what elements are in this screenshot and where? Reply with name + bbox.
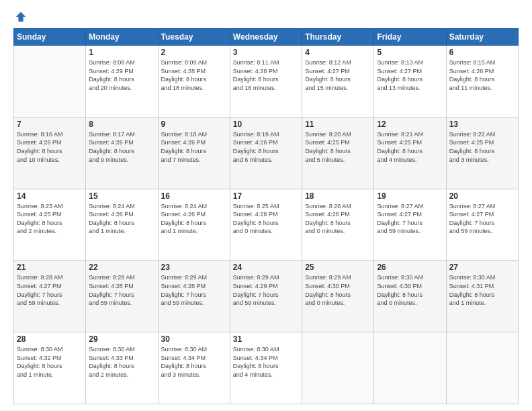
calendar-cell: 16Sunrise: 8:24 AM Sunset: 4:26 PM Dayli… — [158, 189, 230, 261]
day-info: Sunrise: 8:12 AM Sunset: 4:27 PM Dayligh… — [305, 58, 371, 92]
calendar-cell: 19Sunrise: 8:27 AM Sunset: 4:27 PM Dayli… — [374, 189, 446, 261]
calendar-cell — [14, 46, 86, 118]
day-number: 15 — [89, 191, 154, 201]
calendar-cell: 9Sunrise: 8:18 AM Sunset: 4:26 PM Daylig… — [158, 117, 230, 189]
day-info: Sunrise: 8:13 AM Sunset: 4:27 PM Dayligh… — [377, 58, 443, 92]
day-number: 17 — [233, 191, 299, 201]
day-number: 1 — [89, 48, 154, 57]
calendar-cell: 25Sunrise: 8:29 AM Sunset: 4:30 PM Dayli… — [302, 261, 374, 332]
day-info: Sunrise: 8:18 AM Sunset: 4:26 PM Dayligh… — [161, 130, 227, 164]
day-info: Sunrise: 8:26 AM Sunset: 4:26 PM Dayligh… — [305, 202, 371, 236]
day-number: 18 — [305, 191, 371, 201]
calendar-cell: 31Sunrise: 8:30 AM Sunset: 4:34 PM Dayli… — [230, 332, 302, 404]
day-info: Sunrise: 8:24 AM Sunset: 4:26 PM Dayligh… — [89, 202, 154, 236]
day-info: Sunrise: 8:30 AM Sunset: 4:33 PM Dayligh… — [89, 345, 154, 379]
day-info: Sunrise: 8:20 AM Sunset: 4:25 PM Dayligh… — [305, 130, 371, 164]
day-info: Sunrise: 8:29 AM Sunset: 4:28 PM Dayligh… — [161, 273, 227, 307]
calendar-cell: 28Sunrise: 8:30 AM Sunset: 4:32 PM Dayli… — [14, 332, 86, 404]
calendar-week-1: 7Sunrise: 8:16 AM Sunset: 4:26 PM Daylig… — [14, 117, 519, 189]
calendar-cell: 29Sunrise: 8:30 AM Sunset: 4:33 PM Dayli… — [86, 332, 158, 404]
calendar-cell: 6Sunrise: 8:15 AM Sunset: 4:26 PM Daylig… — [446, 46, 518, 118]
calendar-cell: 11Sunrise: 8:20 AM Sunset: 4:25 PM Dayli… — [302, 117, 374, 189]
calendar-cell: 20Sunrise: 8:27 AM Sunset: 4:27 PM Dayli… — [446, 189, 518, 261]
calendar-cell: 13Sunrise: 8:22 AM Sunset: 4:25 PM Dayli… — [446, 117, 518, 189]
day-header-friday: Friday — [374, 29, 446, 46]
day-number: 21 — [17, 263, 83, 272]
calendar-cell: 15Sunrise: 8:24 AM Sunset: 4:26 PM Dayli… — [86, 189, 158, 261]
day-number: 11 — [305, 120, 371, 129]
day-number: 31 — [233, 334, 299, 344]
day-info: Sunrise: 8:25 AM Sunset: 4:26 PM Dayligh… — [233, 202, 299, 236]
calendar-cell: 27Sunrise: 8:30 AM Sunset: 4:31 PM Dayli… — [446, 261, 518, 332]
calendar-cell: 12Sunrise: 8:21 AM Sunset: 4:25 PM Dayli… — [374, 117, 446, 189]
day-number: 12 — [377, 120, 443, 129]
day-info: Sunrise: 8:30 AM Sunset: 4:30 PM Dayligh… — [377, 273, 443, 307]
header-row: SundayMondayTuesdayWednesdayThursdayFrid… — [14, 29, 519, 46]
day-info: Sunrise: 8:29 AM Sunset: 4:30 PM Dayligh… — [305, 273, 371, 307]
day-number: 2 — [161, 48, 227, 57]
day-info: Sunrise: 8:30 AM Sunset: 4:31 PM Dayligh… — [449, 273, 515, 307]
calendar-cell: 3Sunrise: 8:11 AM Sunset: 4:28 PM Daylig… — [230, 46, 302, 118]
day-info: Sunrise: 8:11 AM Sunset: 4:28 PM Dayligh… — [233, 58, 299, 92]
day-number: 23 — [161, 263, 227, 272]
day-info: Sunrise: 8:21 AM Sunset: 4:25 PM Dayligh… — [377, 130, 443, 164]
day-number: 13 — [449, 120, 515, 129]
calendar-week-0: 1Sunrise: 8:08 AM Sunset: 4:29 PM Daylig… — [14, 46, 519, 118]
day-number: 20 — [449, 191, 515, 201]
day-number: 9 — [161, 120, 227, 129]
day-header-thursday: Thursday — [302, 29, 374, 46]
calendar-cell: 7Sunrise: 8:16 AM Sunset: 4:26 PM Daylig… — [14, 117, 86, 189]
calendar-cell: 22Sunrise: 8:28 AM Sunset: 4:28 PM Dayli… — [86, 261, 158, 332]
calendar-cell: 5Sunrise: 8:13 AM Sunset: 4:27 PM Daylig… — [374, 46, 446, 118]
calendar-cell: 24Sunrise: 8:29 AM Sunset: 4:29 PM Dayli… — [230, 261, 302, 332]
day-number: 7 — [17, 120, 83, 129]
day-info: Sunrise: 8:27 AM Sunset: 4:27 PM Dayligh… — [377, 202, 443, 236]
day-info: Sunrise: 8:30 AM Sunset: 4:32 PM Dayligh… — [17, 345, 83, 379]
day-info: Sunrise: 8:09 AM Sunset: 4:28 PM Dayligh… — [161, 58, 227, 92]
day-header-tuesday: Tuesday — [158, 29, 230, 46]
day-number: 24 — [233, 263, 299, 272]
calendar-cell: 23Sunrise: 8:29 AM Sunset: 4:28 PM Dayli… — [158, 261, 230, 332]
day-header-sunday: Sunday — [14, 29, 86, 46]
calendar-cell: 8Sunrise: 8:17 AM Sunset: 4:26 PM Daylig… — [86, 117, 158, 189]
day-number: 3 — [233, 48, 299, 57]
day-number: 8 — [89, 120, 154, 129]
calendar-cell — [446, 332, 518, 404]
day-number: 19 — [377, 191, 443, 201]
day-info: Sunrise: 8:28 AM Sunset: 4:28 PM Dayligh… — [89, 273, 154, 307]
calendar-cell: 30Sunrise: 8:30 AM Sunset: 4:34 PM Dayli… — [158, 332, 230, 404]
header — [13, 11, 519, 23]
day-header-wednesday: Wednesday — [230, 29, 302, 46]
day-info: Sunrise: 8:22 AM Sunset: 4:25 PM Dayligh… — [449, 130, 515, 164]
day-number: 6 — [449, 48, 515, 57]
day-number: 29 — [89, 334, 154, 344]
page: SundayMondayTuesdayWednesdayThursdayFrid… — [0, 0, 532, 411]
day-number: 10 — [233, 120, 299, 129]
day-info: Sunrise: 8:23 AM Sunset: 4:25 PM Dayligh… — [17, 202, 83, 236]
day-info: Sunrise: 8:15 AM Sunset: 4:26 PM Dayligh… — [449, 58, 515, 92]
day-number: 16 — [161, 191, 227, 201]
day-info: Sunrise: 8:17 AM Sunset: 4:26 PM Dayligh… — [89, 130, 154, 164]
calendar-cell — [374, 332, 446, 404]
svg-marker-0 — [16, 12, 26, 21]
day-number: 25 — [305, 263, 371, 272]
calendar-cell: 4Sunrise: 8:12 AM Sunset: 4:27 PM Daylig… — [302, 46, 374, 118]
day-info: Sunrise: 8:24 AM Sunset: 4:26 PM Dayligh… — [161, 202, 227, 236]
logo — [13, 11, 27, 23]
day-number: 22 — [89, 263, 154, 272]
day-number: 28 — [17, 334, 83, 344]
day-header-saturday: Saturday — [446, 29, 518, 46]
calendar-cell: 1Sunrise: 8:08 AM Sunset: 4:29 PM Daylig… — [86, 46, 158, 118]
day-info: Sunrise: 8:29 AM Sunset: 4:29 PM Dayligh… — [233, 273, 299, 307]
calendar-cell: 14Sunrise: 8:23 AM Sunset: 4:25 PM Dayli… — [14, 189, 86, 261]
calendar-table: SundayMondayTuesdayWednesdayThursdayFrid… — [13, 28, 519, 404]
day-number: 4 — [305, 48, 371, 57]
calendar-week-3: 21Sunrise: 8:28 AM Sunset: 4:27 PM Dayli… — [14, 261, 519, 332]
calendar-cell — [302, 332, 374, 404]
day-info: Sunrise: 8:19 AM Sunset: 4:26 PM Dayligh… — [233, 130, 299, 164]
day-header-monday: Monday — [86, 29, 158, 46]
day-number: 5 — [377, 48, 443, 57]
day-info: Sunrise: 8:30 AM Sunset: 4:34 PM Dayligh… — [233, 345, 299, 379]
calendar-week-4: 28Sunrise: 8:30 AM Sunset: 4:32 PM Dayli… — [14, 332, 519, 404]
day-info: Sunrise: 8:16 AM Sunset: 4:26 PM Dayligh… — [17, 130, 83, 164]
